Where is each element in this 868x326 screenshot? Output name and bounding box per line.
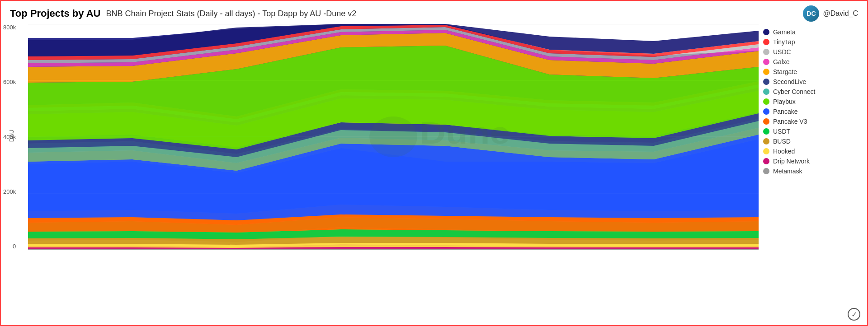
legend-label-usdc: USDC (773, 48, 791, 56)
legend-color-galxe (763, 59, 769, 65)
legend-color-busd (763, 138, 769, 144)
chart-wrapper: DAU 800k 600k 400k 200k 0 (28, 24, 759, 295)
page-title: Top Projects by AU (10, 8, 100, 19)
legend-label-hooked: Hooked (773, 148, 795, 155)
legend-item-metamask: Metamask (763, 168, 854, 175)
legend-label-tinytap: TinyTap (773, 38, 795, 46)
checkmark-badge: ✓ (848, 308, 860, 321)
legend-item-busd: BUSD (763, 138, 854, 145)
legend-color-stargate (763, 69, 769, 75)
y-tick-600k: 600k (3, 79, 16, 85)
header-right: DC @David_C (803, 5, 858, 22)
legend-label-playbux: Playbux (773, 98, 796, 105)
legend-label-pancake: Pancake (773, 108, 797, 115)
legend-item-tinytap: TinyTap (763, 38, 854, 46)
y-axis: 800k 600k 400k 200k 0 (3, 24, 19, 250)
legend-item-playbux: Playbux (763, 98, 854, 105)
legend-item-pancake: Pancake (763, 108, 854, 115)
svg-marker-25 (28, 249, 759, 250)
legend-color-cyberconnect (763, 88, 769, 95)
legend-label-stargate: Stargate (773, 68, 797, 75)
legend-label-busd: BUSD (773, 138, 791, 145)
legend-label-usdt: USDT (773, 128, 790, 135)
legend-color-tinytap (763, 39, 769, 45)
legend-label-pancakev3: Pancake V3 (773, 118, 807, 125)
checkmark-icon: ✓ (851, 310, 857, 319)
legend-label-gameta: Gameta (773, 28, 796, 36)
legend-item-gameta: Gameta (763, 28, 854, 36)
legend-color-secondlive (763, 79, 769, 85)
legend-color-playbux (763, 98, 769, 105)
legend-color-gameta (763, 29, 769, 35)
legend-item-hooked: Hooked (763, 148, 854, 155)
header: Top Projects by AU BNB Chain Project Sta… (1, 1, 867, 24)
legend-label-cyberconnect: Cyber Connect (773, 88, 815, 95)
legend-color-pancake (763, 108, 769, 115)
legend-color-metamask (763, 168, 769, 174)
avatar: DC (803, 5, 819, 22)
legend-color-usdt (763, 128, 769, 135)
legend-label-metamask: Metamask (773, 168, 802, 175)
legend-color-usdc (763, 49, 769, 55)
legend-item-stargate: Stargate (763, 68, 854, 75)
y-tick-800k: 800k (3, 24, 16, 31)
legend-item-galxe: Galxe (763, 58, 854, 65)
username: @David_C (823, 9, 858, 18)
legend-label-galxe: Galxe (773, 58, 790, 65)
legend-color-dripnetwork (763, 158, 769, 164)
chart-area: DAU 800k 600k 400k 200k 0 (1, 24, 867, 295)
legend-color-hooked (763, 148, 769, 154)
y-tick-0: 0 (13, 243, 16, 250)
svg-text:Dune: Dune (420, 116, 510, 150)
y-tick-400k: 400k (3, 134, 16, 140)
legend-color-pancakev3 (763, 118, 769, 125)
legend: Gameta TinyTap USDC Galxe Stargate Secon… (759, 24, 858, 295)
legend-item-usdt: USDT (763, 128, 854, 135)
y-tick-200k: 200k (3, 188, 16, 195)
stacked-area-chart-v2: Dune (28, 24, 759, 250)
legend-item-secondlive: SecondLive (763, 78, 854, 85)
legend-label-secondlive: SecondLive (773, 78, 806, 85)
legend-item-pancakev3: Pancake V3 (763, 118, 854, 125)
main-container: Top Projects by AU BNB Chain Project Sta… (0, 0, 868, 326)
legend-item-cyberconnect: Cyber Connect (763, 88, 854, 95)
svg-point-40 (369, 116, 417, 157)
legend-item-usdc: USDC (763, 48, 854, 56)
page-subtitle: BNB Chain Project Stats (Daily - all day… (106, 9, 356, 19)
legend-label-dripnetwork: Drip Network (773, 158, 810, 165)
legend-item-dripnetwork: Drip Network (763, 158, 854, 165)
header-left: Top Projects by AU BNB Chain Project Sta… (10, 8, 356, 19)
